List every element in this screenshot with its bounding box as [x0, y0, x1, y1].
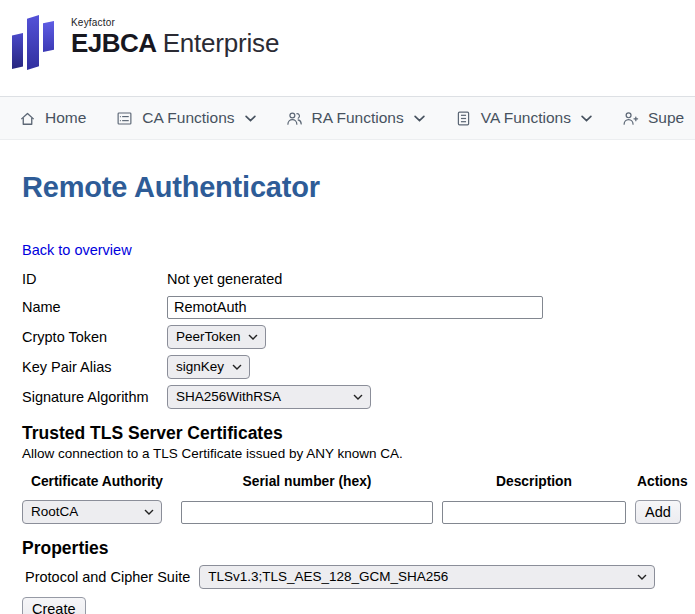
product-name-light: Enterprise: [163, 28, 280, 58]
nav-item-supervision-functions[interactable]: Supe: [607, 109, 695, 127]
protocol-cipher-select-wrap: TLSv1.3;TLS_AES_128_GCM_SHA256: [199, 565, 655, 589]
product-name: EJBCAEnterprise: [71, 29, 279, 57]
trusted-tls-heading: Trusted TLS Server Certificates: [22, 423, 689, 444]
name-input[interactable]: [167, 296, 543, 319]
column-header-actions: Actions: [635, 473, 689, 491]
document-icon: [455, 110, 472, 127]
signature-algorithm-label: Signature Algorithm: [22, 385, 167, 409]
table-row-cell-ca: RootCA: [22, 500, 172, 524]
keyfactor-logo-icon: [12, 12, 58, 70]
column-header-certificate-authority: Certificate Authority: [22, 473, 172, 491]
chevron-down-icon: [581, 115, 592, 122]
protocol-cipher-select[interactable]: TLSv1.3;TLS_AES_128_GCM_SHA256: [199, 565, 655, 589]
person-add-icon: [622, 110, 639, 127]
name-label: Name: [22, 295, 167, 319]
nav-item-label: Home: [45, 109, 86, 127]
home-icon: [19, 110, 36, 127]
description-input[interactable]: [442, 501, 626, 524]
chevron-down-icon: [245, 115, 256, 122]
key-pair-alias-select[interactable]: signKey: [167, 355, 250, 379]
table-row-cell-serial: [181, 500, 433, 524]
nav-item-label: VA Functions: [481, 109, 571, 127]
table-row-cell-actions: Add: [635, 500, 689, 524]
ejbca-admin-page: Keyfactor EJBCAEnterprise Home CA Functi…: [0, 0, 695, 614]
people-icon: [286, 110, 303, 127]
main-nav: Home CA Functions RA Functions VA: [0, 96, 695, 140]
key-pair-alias-select-wrap: signKey: [167, 355, 250, 379]
id-value: Not yet generated: [167, 269, 543, 289]
back-to-overview-link[interactable]: Back to overview: [22, 242, 132, 258]
product-name-bold: EJBCA: [71, 28, 157, 58]
logo-bar: [43, 21, 54, 52]
signature-algorithm-select[interactable]: SHA256WithRSA: [167, 385, 371, 409]
logo-bar: [27, 15, 39, 70]
key-pair-alias-label: Key Pair Alias: [22, 355, 167, 379]
column-header-description: Description: [442, 473, 626, 491]
properties-heading: Properties: [22, 538, 689, 559]
serial-number-input[interactable]: [181, 501, 433, 524]
page-title: Remote Authenticator: [22, 170, 689, 204]
crypto-token-label: Crypto Token: [22, 325, 167, 349]
column-header-serial-number: Serial number (hex): [181, 473, 433, 491]
crypto-token-select[interactable]: PeerToken: [167, 325, 266, 349]
nav-item-va-functions[interactable]: VA Functions: [440, 109, 607, 127]
trusted-tls-table: Certificate Authority Serial number (hex…: [22, 468, 689, 524]
brand-text: Keyfactor EJBCAEnterprise: [71, 11, 279, 57]
trusted-tls-subtext: Allow connection to a TLS Certificate is…: [22, 446, 689, 461]
id-label: ID: [22, 269, 167, 289]
main-content: Remote Authenticator Back to overview ID…: [0, 170, 695, 614]
protocol-cipher-row: Protocol and Cipher Suite TLSv1.3;TLS_AE…: [22, 565, 689, 589]
certificate-authority-select[interactable]: RootCA: [22, 500, 162, 524]
authenticator-form: ID Not yet generated Name Crypto Token P…: [22, 269, 689, 409]
nav-item-label: CA Functions: [142, 109, 234, 127]
nav-item-label: RA Functions: [312, 109, 404, 127]
nav-item-ca-functions[interactable]: CA Functions: [101, 109, 270, 127]
signature-algorithm-select-wrap: SHA256WithRSA: [167, 385, 371, 409]
app-header: Keyfactor EJBCAEnterprise: [0, 0, 695, 96]
nav-item-home[interactable]: Home: [19, 109, 101, 127]
logo-bar: [12, 33, 23, 69]
certificate-authority-select-wrap: RootCA: [22, 500, 162, 524]
list-icon: [116, 110, 133, 127]
nav-item-ra-functions[interactable]: RA Functions: [271, 109, 440, 127]
table-row-cell-description: [442, 500, 626, 524]
nav-item-label: Supe: [648, 109, 684, 127]
create-button[interactable]: Create: [22, 597, 86, 614]
add-button[interactable]: Add: [635, 500, 681, 524]
protocol-cipher-label: Protocol and Cipher Suite: [25, 569, 190, 585]
crypto-token-select-wrap: PeerToken: [167, 325, 266, 349]
chevron-down-icon: [414, 115, 425, 122]
keyfactor-wordmark: Keyfactor: [71, 17, 279, 28]
